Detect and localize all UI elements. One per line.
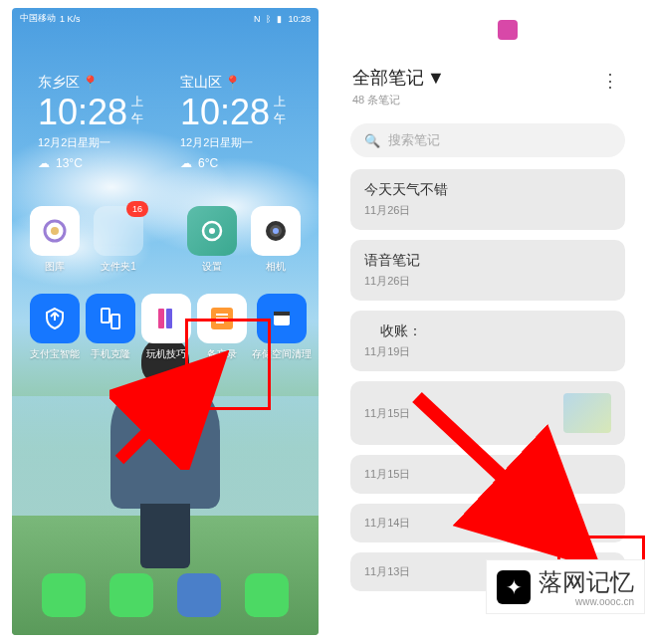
speed-label: 1 K/s	[60, 14, 81, 24]
app-label: 图库	[45, 260, 65, 274]
location-icon: 📍	[82, 75, 99, 91]
svg-rect-8	[111, 315, 119, 328]
watermark-text: 落网记忆	[539, 566, 634, 598]
svg-point-1	[51, 227, 59, 235]
app-row-2: 支付宝智能 手机克隆 玩机技巧 备忘录 存储空间清理	[12, 274, 319, 361]
svg-rect-7	[102, 309, 109, 322]
location-icon: 📍	[224, 75, 241, 91]
app-clone[interactable]: 手机克隆	[86, 294, 135, 361]
note-thumbnail	[563, 393, 611, 433]
ampm-label: 上午	[274, 94, 293, 127]
notes-app-screen: 全部笔记▼ 48 条笔记 ⋮ 🔍 搜索笔记 今天天气不错11月26日语音笔记11…	[338, 8, 637, 635]
weather-icon: ☁	[180, 156, 192, 170]
note-title: 语音笔记	[364, 252, 611, 270]
camera-icon	[251, 206, 301, 256]
dock-browser[interactable]	[177, 573, 221, 617]
wallpaper-character	[101, 336, 230, 575]
svg-rect-16	[274, 312, 290, 316]
date-label: 12月2日星期一	[180, 135, 293, 150]
weather-icon: ☁	[38, 156, 50, 170]
note-card[interactable]: 今天天气不错11月26日	[350, 169, 625, 230]
nfc-icon: N	[254, 14, 261, 24]
note-date: 11月26日	[364, 203, 611, 218]
note-card[interactable]: 11月15日	[350, 381, 625, 445]
time-label: 10:28	[38, 92, 127, 133]
app-label: 相机	[266, 260, 286, 274]
app-notes[interactable]: 备忘录	[197, 294, 247, 361]
temp-label: 6°C	[198, 156, 218, 170]
settings-icon	[187, 206, 237, 256]
app-label: 存储空间清理	[252, 347, 312, 361]
status-time: 10:28	[288, 14, 311, 24]
alipay-icon	[30, 294, 80, 343]
carrier-label: 中国移动	[20, 12, 56, 25]
notes-title-dropdown[interactable]: 全部笔记▼	[352, 66, 445, 90]
notes-icon	[197, 294, 247, 343]
watermark-logo-icon: ✦	[497, 570, 531, 604]
clock-right: 宝山区 📍 10:28上午 12月2日星期一 ☁6°C	[180, 74, 293, 170]
notes-count: 48 条笔记	[352, 93, 445, 107]
gallery-icon	[30, 206, 80, 256]
folder-icon: 16	[94, 206, 143, 256]
ampm-label: 上午	[131, 94, 150, 127]
search-input[interactable]: 🔍 搜索笔记	[350, 123, 625, 157]
city-label: 东乡区	[38, 74, 80, 92]
svg-point-3	[209, 228, 215, 234]
home-screen: 中国移动 1 K/s N ᛒ ▮ 10:28 东乡区 📍 10:28上午 12月…	[12, 8, 319, 635]
app-label: 支付宝智能	[30, 347, 80, 361]
battery-icon: ▮	[277, 14, 282, 24]
clock-left: 东乡区 📍 10:28上午 12月2日星期一 ☁13°C	[38, 74, 150, 170]
note-date: 11月15日	[364, 406, 410, 421]
clone-icon	[86, 294, 135, 343]
app-label: 设置	[202, 260, 222, 274]
app-label: 玩机技巧	[146, 347, 186, 361]
app-storage[interactable]: 存储空间清理	[253, 294, 311, 361]
app-indicator-icon	[498, 20, 518, 40]
svg-point-6	[273, 228, 279, 234]
dropdown-icon: ▼	[427, 68, 445, 89]
search-placeholder: 搜索笔记	[388, 131, 440, 149]
more-menu-button[interactable]: ⋮	[597, 66, 623, 96]
app-gallery[interactable]: 图库	[30, 206, 80, 274]
app-label: 手机克隆	[91, 347, 130, 361]
note-date: 11月26日	[364, 274, 611, 289]
status-bar: 中国移动 1 K/s N ᛒ ▮ 10:28	[12, 8, 319, 29]
city-label: 宝山区	[180, 74, 222, 92]
note-date: 11月15日	[364, 467, 611, 482]
badge-count: 16	[126, 201, 148, 217]
watermark: ✦ 落网记忆 www.oooc.cn	[486, 559, 645, 614]
bluetooth-icon: ᛒ	[266, 14, 271, 24]
notes-header: 全部笔记▼ 48 条笔记 ⋮	[338, 8, 637, 119]
search-icon: 🔍	[364, 133, 380, 148]
note-date: 11月19日	[364, 344, 611, 359]
app-folder[interactable]: 16 文件夹1	[94, 206, 143, 274]
notes-list: 今天天气不错11月26日语音笔记11月26日收账：11月19日11月15日11月…	[338, 169, 637, 591]
app-label: 文件夹1	[101, 260, 136, 274]
app-alipay[interactable]: 支付宝智能	[30, 294, 80, 361]
app-camera[interactable]: 相机	[251, 206, 301, 274]
app-tips[interactable]: 玩机技巧	[141, 294, 191, 361]
note-date: 11月14日	[364, 516, 611, 531]
dock-wechat[interactable]	[245, 573, 289, 617]
app-label: 备忘录	[207, 347, 237, 361]
note-card[interactable]: 11月14日	[350, 504, 625, 542]
dock-messages[interactable]	[109, 573, 153, 617]
tips-icon	[141, 294, 191, 343]
time-label: 10:28	[180, 92, 270, 133]
note-title: 收账：	[364, 322, 611, 340]
date-label: 12月2日星期一	[38, 135, 150, 150]
dock	[24, 573, 307, 625]
note-card[interactable]: 11月15日	[350, 455, 625, 494]
app-settings[interactable]: 设置	[187, 206, 237, 274]
dual-clock-widget[interactable]: 东乡区 📍 10:28上午 12月2日星期一 ☁13°C 宝山区 📍 10:28…	[12, 29, 319, 180]
dock-phone[interactable]	[42, 573, 86, 617]
app-row-1: 图库 16 文件夹1 设置 相机	[12, 180, 319, 274]
note-card[interactable]: 语音笔记11月26日	[350, 240, 625, 301]
storage-icon	[257, 294, 307, 343]
note-title: 今天天气不错	[364, 181, 611, 199]
svg-rect-10	[166, 309, 172, 328]
note-card[interactable]: 收账：11月19日	[350, 311, 625, 371]
svg-rect-9	[158, 309, 164, 328]
temp-label: 13°C	[56, 156, 83, 170]
